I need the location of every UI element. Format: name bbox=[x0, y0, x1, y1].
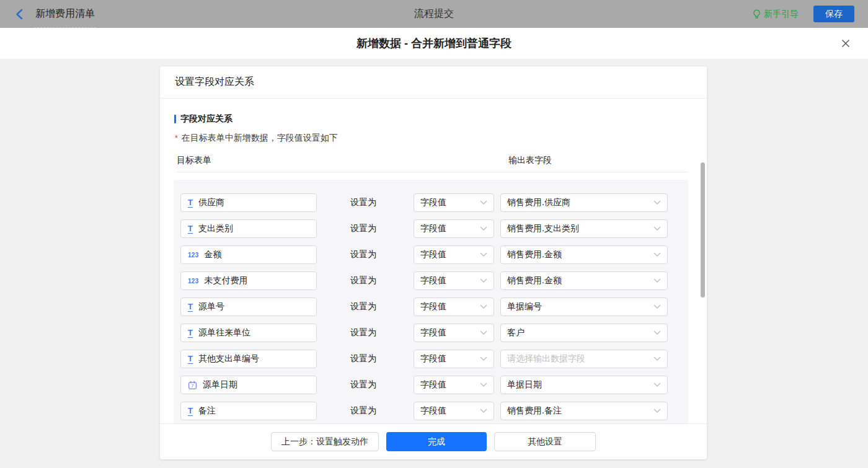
chevron-down-icon bbox=[480, 200, 487, 205]
output-field-select[interactable]: 销售费用.金额 bbox=[500, 245, 668, 264]
set-as-label: 设置为 bbox=[350, 223, 414, 234]
set-as-label: 设置为 bbox=[350, 405, 414, 417]
output-field-select[interactable]: 销售费用.备注 bbox=[500, 402, 668, 420]
value-type-select[interactable]: 字段值 bbox=[414, 219, 494, 238]
chevron-down-icon bbox=[653, 382, 661, 387]
output-field-select[interactable]: 销售费用.金额 bbox=[500, 272, 668, 290]
value-type-select[interactable]: 字段值 bbox=[414, 272, 494, 290]
value-type-select[interactable]: 字段值 bbox=[414, 402, 494, 420]
other-settings-button[interactable]: 其他设置 bbox=[494, 432, 596, 451]
topbar-right: 新手引导 保存 bbox=[753, 6, 854, 22]
value-type-value: 字段值 bbox=[420, 275, 446, 286]
chevron-down-icon bbox=[480, 278, 487, 283]
chevron-down-icon bbox=[480, 304, 487, 309]
table-row: 123未支付费用设置为字段值销售费用.金额 bbox=[174, 268, 688, 294]
chevron-down-icon bbox=[653, 356, 661, 361]
target-field-input[interactable]: T源单往来单位 bbox=[180, 324, 317, 342]
output-field-select[interactable]: 销售费用.供应商 bbox=[500, 193, 668, 212]
target-field-input[interactable]: T供应商 bbox=[180, 193, 317, 212]
table-row: T支出类别设置为字段值销售费用.支出类别 bbox=[174, 216, 688, 242]
back-button[interactable] bbox=[14, 7, 25, 21]
target-field-label: 其他支出单编号 bbox=[198, 353, 259, 364]
target-field-input[interactable]: 7源单日期 bbox=[180, 376, 317, 394]
target-field-label: 金额 bbox=[205, 249, 222, 260]
finish-button[interactable]: 完成 bbox=[386, 432, 487, 451]
output-field-select[interactable]: 销售费用.支出类别 bbox=[500, 219, 668, 238]
set-as-label: 设置为 bbox=[350, 275, 414, 286]
value-type-select[interactable]: 字段值 bbox=[414, 298, 494, 316]
section-title-label: 字段对应关系 bbox=[180, 113, 232, 125]
target-field-label: 源单往来单位 bbox=[198, 327, 250, 338]
value-type-value: 字段值 bbox=[420, 327, 446, 338]
guide-label: 新手引导 bbox=[764, 9, 799, 20]
previous-step-button[interactable]: 上一步：设置触发动作 bbox=[271, 432, 379, 451]
table-row: T源单号设置为字段值单据编号 bbox=[174, 294, 688, 320]
close-icon bbox=[841, 38, 851, 48]
target-field-input[interactable]: T其他支出单编号 bbox=[180, 350, 317, 368]
text-field-icon: T bbox=[188, 355, 193, 364]
close-button[interactable] bbox=[839, 37, 852, 50]
output-field-value: 销售费用.供应商 bbox=[507, 197, 570, 208]
mapping-rows: T供应商设置为字段值销售费用.供应商T支出类别设置为字段值销售费用.支出类别12… bbox=[174, 180, 688, 423]
value-type-value: 字段值 bbox=[420, 405, 446, 417]
beginner-guide-link[interactable]: 新手引导 bbox=[753, 9, 799, 20]
topbar-left: 新增费用清单 bbox=[14, 0, 96, 28]
required-mark: * bbox=[175, 134, 178, 143]
text-field-icon: T bbox=[188, 198, 193, 208]
value-type-value: 字段值 bbox=[420, 197, 446, 208]
dialog-title: 新增数据 - 合并新增到普通字段 bbox=[356, 36, 512, 51]
output-field-select[interactable]: 单据编号 bbox=[500, 298, 668, 316]
output-field-value: 请选择输出数据字段 bbox=[507, 353, 585, 364]
lightbulb-icon bbox=[753, 9, 761, 19]
card-header: 设置字段对应关系 bbox=[160, 66, 707, 99]
svg-text:7: 7 bbox=[191, 383, 194, 389]
dialog-title-bar: 新增数据 - 合并新增到普通字段 bbox=[0, 28, 868, 59]
flow-name-title[interactable]: 新增费用清单 bbox=[34, 0, 96, 28]
mapping-note: * 在目标表单中新增数据，字段值设置如下 bbox=[175, 133, 707, 144]
target-field-input[interactable]: T支出类别 bbox=[180, 219, 317, 238]
output-field-select[interactable]: 客户 bbox=[500, 324, 668, 342]
scrollbar-thumb[interactable] bbox=[701, 162, 705, 298]
value-type-select[interactable]: 字段值 bbox=[414, 376, 494, 394]
output-field-value: 单据编号 bbox=[507, 301, 542, 312]
header-divider bbox=[177, 172, 688, 172]
target-field-label: 备注 bbox=[198, 405, 216, 417]
table-row: 7源单日期设置为字段值单据日期 bbox=[174, 372, 688, 398]
set-as-label: 设置为 bbox=[350, 249, 414, 260]
target-field-label: 源单日期 bbox=[203, 379, 237, 391]
table-row: T备注设置为字段值销售费用.备注 bbox=[174, 398, 688, 423]
target-field-label: 供应商 bbox=[198, 197, 224, 208]
section-accent-bar bbox=[174, 115, 176, 123]
chevron-down-icon bbox=[480, 408, 487, 413]
output-field-value: 客户 bbox=[507, 327, 525, 338]
column-header-target: 目标表单 bbox=[177, 155, 508, 166]
chevron-left-icon bbox=[15, 9, 24, 20]
value-type-value: 字段值 bbox=[420, 379, 446, 391]
output-field-select[interactable]: 单据日期 bbox=[500, 376, 668, 394]
target-field-input[interactable]: 123未支付费用 bbox=[180, 272, 317, 290]
output-field-select[interactable]: 请选择输出数据字段 bbox=[500, 350, 668, 368]
value-type-select[interactable]: 字段值 bbox=[414, 245, 494, 264]
text-field-icon: T bbox=[188, 329, 193, 338]
chevron-down-icon bbox=[653, 304, 661, 309]
card-body: 字段对应关系 * 在目标表单中新增数据，字段值设置如下 目标表单 输出表字段 T… bbox=[160, 99, 707, 423]
date-field-icon: 7 bbox=[188, 381, 197, 390]
section-title: 字段对应关系 bbox=[174, 113, 707, 125]
value-type-select[interactable]: 字段值 bbox=[414, 193, 494, 212]
save-button[interactable]: 保存 bbox=[813, 6, 854, 22]
value-type-value: 字段值 bbox=[420, 353, 446, 364]
target-field-input[interactable]: 123金额 bbox=[180, 245, 317, 264]
target-field-input[interactable]: T源单号 bbox=[180, 298, 317, 316]
value-type-select[interactable]: 字段值 bbox=[414, 324, 494, 342]
target-field-label: 未支付费用 bbox=[205, 275, 248, 286]
flow-type-label: 流程提交 bbox=[414, 7, 454, 20]
target-field-input[interactable]: T备注 bbox=[180, 402, 317, 420]
chevron-down-icon bbox=[653, 330, 661, 335]
dialog-body: 设置字段对应关系 字段对应关系 * 在目标表单中新增数据，字段值设置如下 目标表… bbox=[0, 59, 868, 468]
value-type-select[interactable]: 字段值 bbox=[414, 350, 494, 368]
chevron-down-icon bbox=[653, 226, 661, 231]
chevron-down-icon bbox=[653, 252, 661, 257]
chevron-down-icon bbox=[480, 252, 487, 257]
column-headers: 目标表单 输出表字段 bbox=[177, 155, 707, 166]
chevron-down-icon bbox=[480, 226, 487, 231]
